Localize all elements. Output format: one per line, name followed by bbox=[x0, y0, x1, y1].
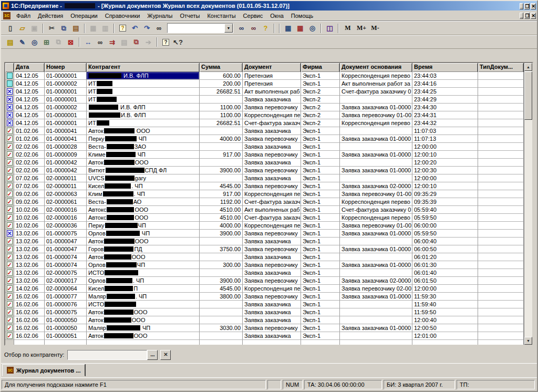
filter-browse-button[interactable]: ... bbox=[147, 350, 158, 360]
journal-row[interactable]: ✓13.02.0601-0000074ОрловЧП300.00Заявка п… bbox=[5, 261, 524, 269]
undo-button[interactable]: ↶ bbox=[129, 23, 141, 34]
edit-row-button[interactable]: ✎ bbox=[16, 37, 28, 48]
what-is-this-button[interactable]: ↖? bbox=[172, 37, 184, 48]
scroll-down-button[interactable]: ▼ bbox=[524, 337, 532, 345]
view-row-button[interactable]: ◎ bbox=[28, 37, 40, 48]
description-button[interactable]: ? bbox=[160, 37, 172, 48]
menu-item-константы[interactable]: Константы bbox=[203, 12, 239, 20]
open-folder-button[interactable]: ▱ bbox=[16, 23, 28, 34]
fit-columns-button[interactable]: ↔ bbox=[82, 37, 94, 48]
open-journal-button[interactable]: ⧉ bbox=[130, 37, 142, 48]
help-topics-button[interactable]: ? bbox=[117, 23, 129, 34]
quick-search-input[interactable] bbox=[168, 24, 224, 33]
scroll-thumb[interactable] bbox=[524, 71, 532, 120]
journal-row[interactable]: ✓13.02.0602-0000075ИСТОЗаявка заказчикаЭ… bbox=[5, 269, 524, 277]
menu-item-окна[interactable]: Окна bbox=[266, 12, 287, 20]
journal-row[interactable]: ✕04.12.0501-0000001ИТ26682.51Акт выполне… bbox=[5, 88, 524, 96]
journal-row[interactable]: ✓10.02.0602-0000016АвтоксООО4510.00Акт в… bbox=[5, 206, 524, 214]
column-header-contractor: Контрагент bbox=[87, 63, 200, 72]
journal-row[interactable]: ✓16.02.0601-0000050Маляр ЧП3030.00Заявка… bbox=[5, 324, 524, 332]
paste-button[interactable]: ▤ bbox=[70, 23, 82, 34]
filter-clear-button[interactable]: ✕ bbox=[160, 350, 171, 360]
copy-button[interactable]: ⧉ bbox=[58, 23, 70, 34]
journal-row[interactable]: ✓16.02.0601-0000050АвтокОООЗаявка заказч… bbox=[5, 316, 524, 324]
vertical-scrollbar[interactable]: ▲ ▼ bbox=[524, 63, 532, 345]
journal-row[interactable]: ✓01.02.0601-0000041Перку ЧП4000.00Заявка… bbox=[5, 135, 524, 143]
menu-item-действия[interactable]: Действия bbox=[34, 12, 67, 20]
close-button[interactable]: ✕ bbox=[531, 3, 536, 9]
journal-row[interactable]: ✓13.02.0602-0000017Орлов. ЧП3900.00Заявк… bbox=[5, 277, 524, 285]
child-restore-button[interactable]: ❐ bbox=[524, 13, 530, 19]
journal-row[interactable]: 04.12.0501-0000001 И.В. ФЛП600.00Претенз… bbox=[5, 72, 524, 80]
child-system-menu-icon[interactable] bbox=[3, 12, 11, 19]
restore-button[interactable]: ❐ bbox=[524, 3, 530, 9]
cut-button[interactable]: ✂ bbox=[46, 23, 58, 34]
journal-row[interactable]: ✓01.02.0601-0000041Авток ОООЗаявка заказ… bbox=[5, 127, 524, 135]
memory-minus-button[interactable]: M- bbox=[368, 23, 382, 34]
journal-row[interactable]: ✓16.02.0601-0000077Маляр. ЧП3800.00Заявк… bbox=[5, 293, 524, 301]
delete-row-button[interactable]: ⊠ bbox=[65, 37, 77, 48]
journal-row[interactable]: ✕04.12.0501-0000001ИТЗаявка заказчикаЭкс… bbox=[5, 96, 524, 104]
cell-sum: 4000.00 bbox=[200, 222, 243, 230]
tablo-button[interactable]: ◫ bbox=[324, 23, 336, 34]
journal-row[interactable]: 04.12.0501-0000002ИТ200.00ПретензияЭксп-… bbox=[5, 80, 524, 88]
new-row-button[interactable]: ▤ bbox=[4, 37, 16, 48]
journal-row[interactable]: ✕13.02.0601-0000075Орлов ЧП3900.00Заявка… bbox=[5, 230, 524, 238]
child-close-button[interactable]: ✕ bbox=[531, 13, 536, 19]
window-tab-bar: Журнал документов ... bbox=[1, 363, 537, 377]
journal-row[interactable]: ✓02.02.0601-0000042АвтокОООЗаявка заказч… bbox=[5, 159, 524, 167]
calculator-button[interactable]: ▦ bbox=[282, 23, 294, 34]
journal-row[interactable]: ✓02.02.0601-0000028Веста-ЗАОЗаявка заказ… bbox=[5, 143, 524, 151]
formula-calculator-button[interactable]: ◎ bbox=[306, 23, 318, 34]
find-next-button[interactable]: ∞ bbox=[235, 23, 247, 34]
journal-row[interactable]: ✓02.02.0601-0000042ВитютСПД ФЛ3900.00Зая… bbox=[5, 167, 524, 174]
tab-journal-documents[interactable]: Журнал документов ... bbox=[2, 364, 85, 376]
journal-row[interactable]: ✓13.02.0601-0000047ГоровПД3750.00Заявка … bbox=[5, 245, 524, 253]
minimize-button[interactable]: _ bbox=[520, 3, 523, 9]
menu-item-файл[interactable]: Файл bbox=[13, 12, 34, 20]
find-by-number-button[interactable]: ∞ bbox=[94, 37, 106, 48]
menu-item-отчеты[interactable]: Отчеты bbox=[176, 12, 203, 20]
journal-row[interactable]: ✓16.02.0601-0000076ИСТОЗаявка заказчикаЭ… bbox=[5, 301, 524, 308]
journal-row[interactable]: ✓16.02.0601-0000075АвтокОООЗаявка заказч… bbox=[5, 308, 524, 316]
copy-row-button[interactable]: ⊞ bbox=[40, 37, 53, 48]
cell-contractor: Веста-АО bbox=[87, 198, 200, 206]
cell-icon: ✓ bbox=[5, 277, 14, 285]
journal-row[interactable]: ✓16.02.0601-0000051АвтокОООЗаявка заказч… bbox=[5, 332, 524, 340]
journal-row[interactable]: ✓07.02.0602-0000011UVCSgaryЗаявка заказч… bbox=[5, 174, 524, 182]
find-button[interactable]: ∞ bbox=[153, 23, 165, 34]
journal-row[interactable]: ✓13.02.0601-0000047АвтокОООЗаявка заказч… bbox=[5, 238, 524, 245]
help-button[interactable]: ? bbox=[260, 23, 272, 34]
journal-row[interactable]: ✓09.02.0602-0000061Веста-АО1192.00Счет-ф… bbox=[5, 198, 524, 206]
memory-button[interactable]: M bbox=[341, 23, 355, 34]
cell-document: Заявка заказчика bbox=[243, 159, 301, 167]
find-previous-button[interactable]: ∞ bbox=[247, 23, 260, 34]
journal-row[interactable]: ✓14.02.0602-0000064КиселП4545.00Корреспо… bbox=[5, 285, 524, 293]
journal-row[interactable]: ✕04.12.0501-0000001И.В. ФЛП1100.00Коррес… bbox=[5, 111, 524, 119]
journal-row[interactable]: ✕04.12.0501-0000002 И.В. ФЛП1100.00Заявк… bbox=[5, 104, 524, 111]
menu-item-операции[interactable]: Операции bbox=[67, 12, 101, 20]
memory-plus-icon: M+ bbox=[357, 24, 366, 32]
calendar-button[interactable]: ▦ bbox=[294, 23, 306, 34]
journal-row[interactable]: ✓10.02.0602-0000016АвтоксООО4510.00Счет-… bbox=[5, 214, 524, 222]
journal-row[interactable]: ✓13.02.0601-0000074АвтокОООЗаявка заказч… bbox=[5, 253, 524, 261]
child-minimize-button[interactable]: _ bbox=[520, 13, 523, 19]
menu-item-справочники[interactable]: Справочники bbox=[101, 12, 144, 20]
journal-row[interactable]: ✓09.02.0602-0000063Клим. ЧП917.00Корресп… bbox=[5, 190, 524, 198]
scroll-up-button[interactable]: ▲ bbox=[524, 63, 532, 71]
redo-button[interactable]: ↷ bbox=[141, 23, 153, 34]
menu-item-журналы[interactable]: Журналы bbox=[143, 12, 176, 20]
filter-input[interactable] bbox=[67, 350, 147, 360]
journal-row[interactable]: ✓07.02.0602-0000011Кисел. ЧП4545.00Заявк… bbox=[5, 182, 524, 190]
new-document-button[interactable]: ▯ bbox=[4, 23, 16, 34]
journal-row[interactable]: ✓02.02.0601-0000009Климе ЧП917.00Заявка … bbox=[5, 151, 524, 159]
redacted-contractor-name bbox=[97, 89, 112, 94]
enter-on-basis-button[interactable]: ⇉ bbox=[106, 37, 118, 48]
journal-row[interactable]: ✓10.02.0602-0000036ПеркуЧП4000.00Корресп… bbox=[5, 222, 524, 230]
menu-item-сервис[interactable]: Сервис bbox=[240, 12, 267, 20]
chevron-down-icon[interactable]: ▼ bbox=[224, 24, 233, 33]
menu-item-помощь[interactable]: Помощь bbox=[287, 12, 317, 20]
cell-time: 23:44:25 bbox=[412, 88, 478, 96]
journal-row[interactable]: ✕04.12.0501-0000001ИТ26682.51Счет-фактур… bbox=[5, 119, 524, 127]
memory-plus-button[interactable]: M+ bbox=[355, 23, 368, 34]
